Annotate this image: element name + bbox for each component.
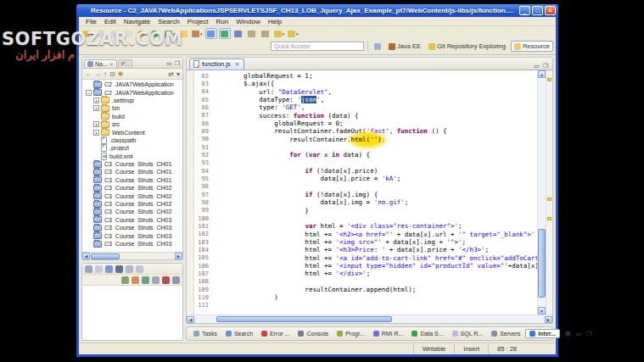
tree-item-c3-course-struts-ch02-[interactable]: C3_Course_Struts_CH02_: [83, 200, 182, 208]
menu-window[interactable]: Window: [232, 18, 263, 25]
external-tools-icon[interactable]: ▾: [191, 28, 204, 39]
open-folder-icon[interactable]: [177, 28, 189, 39]
menu-navigate[interactable]: Navigate: [120, 18, 154, 25]
code-line-82[interactable]: 82 globalRequest = 1;: [194, 72, 537, 80]
tree-item-c3-course-struts-ch02-[interactable]: C3_Course_Struts_CH02_: [83, 192, 182, 199]
editor-vscrollbar[interactable]: ▲ ▼: [537, 70, 546, 315]
code-line-85[interactable]: 85 dataType: 'json',: [194, 96, 537, 103]
pencil-icon[interactable]: [132, 276, 139, 284]
close-icon[interactable]: [162, 276, 170, 284]
code-line-106[interactable]: 106 html += '<input type="hidden" id="pr…: [194, 262, 537, 270]
tree-item-c3-course-struts-ch01-[interactable]: C3_Course_Struts_CH01_: [83, 176, 182, 184]
back-icon[interactable]: ▾: [273, 28, 286, 39]
tab-data-source[interactable]: Data S...: [408, 330, 446, 337]
expander-minus-icon[interactable]: −: [86, 90, 92, 96]
menu-edit[interactable]: Edit: [101, 18, 120, 25]
menu-help[interactable]: Help: [265, 18, 285, 25]
tab-internal-browser[interactable]: Inter...: [525, 329, 560, 338]
tree-item-webcontent[interactable]: +WebContent: [83, 128, 182, 136]
tab-rmi-registry[interactable]: RMI R...: [370, 330, 407, 337]
code-line-99[interactable]: 99 }: [194, 207, 537, 214]
code-line-101[interactable]: 101 var html = '<div class="res-containe…: [194, 222, 537, 230]
code-line-84[interactable]: 84 url: "DataServlet",: [194, 88, 537, 96]
code-line-110[interactable]: 110 ): [194, 293, 537, 301]
tab-tasks[interactable]: Tasks: [190, 330, 221, 337]
code-editor[interactable]: 82 globalRequest = 1;83 $.ajax({84 url: …: [194, 70, 537, 315]
editor-hscrollbar[interactable]: ◀ ▶: [187, 315, 552, 323]
tree-item-c2-java7webapplication[interactable]: C2_JAVA7WebApplication: [83, 81, 182, 88]
code-line-103[interactable]: 103 html += '<img src="' + data[x].img +…: [194, 238, 537, 246]
editor-minimize-icon[interactable]: ▭: [532, 63, 541, 70]
code-line-96[interactable]: 96: [194, 183, 537, 191]
scroll-right-icon[interactable]: ▶: [175, 253, 182, 259]
layout-icon[interactable]: [85, 265, 92, 273]
tree-item-c3-course-struts-ch03-[interactable]: C3_Course_Struts_CH03_: [83, 240, 182, 248]
code-line-93[interactable]: 93: [194, 159, 537, 167]
tab-progress[interactable]: Progr...: [333, 330, 368, 337]
link-editor-icon[interactable]: ⇄: [168, 70, 174, 79]
menu-search[interactable]: Search: [154, 18, 182, 25]
maximize-button[interactable]: □: [532, 6, 543, 15]
title-bar[interactable]: Resource - C2_JAVA7WebApplicationsJSPSER…: [76, 4, 558, 17]
forward-icon[interactable]: →: [94, 70, 101, 79]
tree-item-c3-course-struts-ch03-[interactable]: C3_Course_Struts_CH03_: [83, 231, 182, 239]
new-wizard-icon[interactable]: ▾: [81, 28, 94, 39]
scroll-left-icon[interactable]: ◀: [187, 316, 194, 323]
code-line-109[interactable]: 109 resultContainer.append(html);: [194, 286, 537, 293]
tree-item--project[interactable]: .project: [83, 144, 182, 152]
perspective-git[interactable]: Git Repository Exploring: [426, 42, 508, 51]
tree-item--settings[interactable]: +.settings: [83, 97, 182, 104]
expander-plus-icon[interactable]: +: [93, 97, 99, 103]
print-icon[interactable]: [123, 28, 135, 39]
tree-item-bin[interactable]: +bin: [83, 104, 182, 112]
tab-servers[interactable]: Servers: [488, 330, 524, 337]
view-list-icon[interactable]: ▤: [563, 331, 573, 337]
filter-icon[interactable]: ✱: [118, 70, 124, 79]
maximize-icon[interactable]: ❐: [585, 331, 593, 337]
save-all-icon[interactable]: [109, 28, 121, 39]
tab-navigator[interactable]: Na... ✕: [84, 59, 117, 68]
code-line-100[interactable]: 100: [194, 214, 537, 222]
code-line-88[interactable]: 88 globalRequest = 0;: [194, 120, 537, 127]
code-line-95[interactable]: 95 data[x].price = 'kA';: [194, 175, 537, 182]
code-line-104[interactable]: 104 html += '<h3>Price: ' + data[x].pric…: [194, 246, 537, 253]
letter-t-icon[interactable]: [136, 265, 143, 273]
tree-item-src[interactable]: +src: [83, 120, 182, 128]
tree-item--classpath[interactable]: .classpath: [83, 136, 182, 144]
select-icon[interactable]: [126, 265, 133, 273]
code-line-90[interactable]: 90 resultContainer.html('');: [194, 136, 537, 143]
tab-error-log[interactable]: Error ...: [258, 330, 293, 337]
code-line-105[interactable]: 105 html += '<a id="add-to-cart-link" hr…: [194, 254, 537, 262]
save-icon[interactable]: [96, 28, 108, 39]
code-line-98[interactable]: 98 data[x].img = 'no.gif';: [194, 198, 537, 206]
expander-plus-icon[interactable]: +: [93, 121, 99, 127]
quick-access-input[interactable]: Quick Access: [271, 42, 364, 51]
tab-sql-results[interactable]: SQL R...: [449, 330, 487, 337]
tree-item-c2-java7webapplication[interactable]: −C2_JAVA7WebApplication: [83, 88, 182, 96]
code-line-102[interactable]: 102 html += '<h2><a href="' + data[x].ur…: [194, 231, 537, 238]
tree-item-c3-course-struts-ch02-[interactable]: C3_Course_Struts_CH02_: [83, 208, 182, 215]
scroll-left-icon[interactable]: ◀: [82, 253, 90, 259]
code-line-111[interactable]: 111: [194, 302, 537, 309]
code-line-108[interactable]: 108: [194, 278, 537, 286]
tree-item-c3-course-struts-ch01-[interactable]: C3_Course_Struts_CH01_: [83, 160, 182, 168]
occurrence-marker[interactable]: [547, 78, 552, 81]
code-line-92[interactable]: 92 for (var x in data) {: [194, 151, 537, 159]
scroll-thumb[interactable]: [91, 253, 120, 259]
tool-icon[interactable]: [121, 276, 129, 284]
code-line-94[interactable]: 94 if (!data[x].price): [194, 167, 537, 175]
perspective-resource[interactable]: Resource: [511, 41, 553, 52]
menu-project[interactable]: Project: [184, 18, 212, 25]
scroll-right-icon[interactable]: ▶: [545, 316, 552, 323]
clock-icon[interactable]: [152, 276, 160, 284]
user-icon[interactable]: [105, 265, 113, 273]
view-minimize-icon[interactable]: ▭: [165, 59, 173, 68]
scroll-up-icon[interactable]: ▲: [538, 70, 546, 78]
minimize-button[interactable]: _: [519, 6, 530, 15]
coverage-icon[interactable]: ▾: [164, 28, 176, 39]
occurrence-marker[interactable]: [547, 217, 552, 220]
restore-icon[interactable]: ▭: [574, 331, 584, 337]
tab-console[interactable]: Console: [294, 330, 332, 337]
close-icon[interactable]: ✕: [109, 61, 114, 67]
next-annotation-icon[interactable]: [260, 28, 272, 39]
